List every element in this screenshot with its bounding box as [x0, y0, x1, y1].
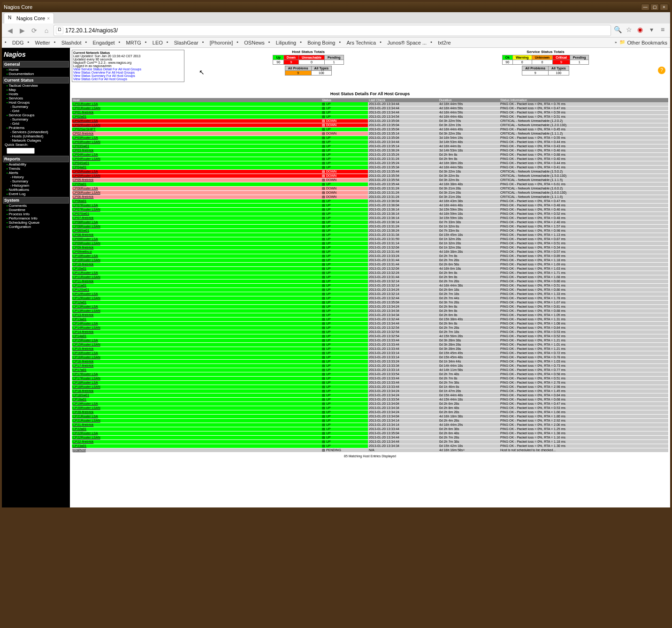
nav-item[interactable]: Service Groups — [3, 113, 69, 117]
host-cell[interactable]: CP19Router LSA — [72, 402, 321, 406]
host-cell[interactable]: CP13-firebrick — [72, 313, 321, 318]
nav-item[interactable]: Tactical Overview — [3, 83, 69, 88]
url-bar[interactable]: 🗋 — [53, 25, 611, 36]
bookmark-item[interactable]: ▪Boing Boing — [300, 39, 335, 46]
col-duration[interactable]: Duration — [438, 98, 499, 102]
nav-item[interactable]: Availability — [3, 162, 69, 166]
bookmarks-overflow-icon[interactable]: » — [615, 40, 617, 45]
host-cell[interactable]: localhost — [72, 448, 321, 453]
host-cell[interactable]: CP18Router LSA — [72, 381, 321, 385]
bookmark-item[interactable]: ▪[Phoronix] — [202, 39, 233, 46]
bookmark-item[interactable]: ▪Slashdot — [54, 39, 82, 46]
nav-item[interactable]: Process Info — [3, 212, 69, 216]
host-cell[interactable]: CP15-firebrick — [72, 347, 321, 351]
host-cell[interactable]: CP07Router LSAN — [72, 208, 321, 212]
host-cell[interactable]: CP22a01 — [72, 427, 321, 431]
bookmark-item[interactable]: ▪OSNews — [237, 39, 264, 46]
bookmark-item[interactable]: ▪txt2re — [430, 39, 451, 46]
host-cell[interactable]: CP20-firebrick — [72, 410, 321, 415]
bookmark-star-icon[interactable]: ☆ — [624, 26, 634, 35]
host-cell[interactable]: CP16Router LSA — [72, 351, 321, 356]
host-cell[interactable]: CP06Router LSA — [72, 187, 321, 191]
nav-item[interactable]: Downtime — [3, 208, 69, 212]
host-cell[interactable]: CP15Router LSAN — [72, 343, 321, 347]
bookmark-item[interactable]: ▪Engadget — [85, 39, 115, 46]
host-cell[interactable]: CP01-firebrick — [72, 111, 321, 115]
nav-subitem[interactable]: Summary — [3, 117, 69, 121]
host-cell[interactable]: CP07-firebrick — [72, 216, 321, 220]
back-button[interactable]: ◀ — [5, 25, 15, 36]
host-cell[interactable]: CP08Sw01 — [72, 229, 321, 233]
host-cell[interactable]: CP14a01 — [72, 334, 321, 339]
status-link[interactable]: View Status Overview For All Host Groups — [73, 71, 183, 74]
nav-subitem[interactable]: Grid — [3, 121, 69, 126]
host-cell[interactable]: CP02Router LSA — [72, 119, 321, 123]
adblock-icon[interactable]: ◉ — [635, 26, 645, 35]
host-cell[interactable]: CP07Router LSA — [72, 204, 321, 208]
col-status[interactable]: Status — [321, 98, 368, 102]
host-cell[interactable]: CP21Router LSAN — [72, 419, 321, 423]
host-cell[interactable]: CP22Router LSA — [72, 431, 321, 436]
host-cell[interactable]: CP10-firebrick — [72, 263, 321, 267]
col-host[interactable]: Host — [72, 98, 321, 102]
host-cell[interactable]: CP04Sw01 — [72, 161, 321, 166]
close-button[interactable]: × — [660, 4, 668, 10]
host-cell[interactable]: CP03Sw01 — [72, 144, 321, 149]
host-cell[interactable]: CP02-firebrick — [72, 132, 321, 136]
host-cell[interactable]: CP15Router LSA — [72, 339, 321, 343]
host-cell[interactable]: CP12Router LSA — [72, 292, 321, 296]
nav-item[interactable]: Scheduling Queue — [3, 220, 69, 225]
host-cell[interactable]: CP18a01 — [72, 398, 321, 402]
host-cell[interactable]: CP06a01 — [72, 199, 321, 204]
bookmark-item[interactable]: ▪Ars Technica — [339, 39, 376, 46]
host-cell[interactable]: CP02a01 — [72, 115, 321, 119]
reload-button[interactable]: ⟳ — [29, 25, 39, 36]
minimize-button[interactable]: — — [641, 4, 649, 10]
host-cell[interactable]: CP03Router LSAN — [72, 140, 321, 144]
host-cell[interactable]: CP10Router LSAN — [72, 258, 321, 263]
host-cell[interactable]: CP22-firebrick — [72, 440, 321, 444]
nav-subitem[interactable]: Summary — [3, 179, 69, 183]
host-cell[interactable]: CP16Router LSAN — [72, 356, 321, 360]
host-cell[interactable]: CP09-firebrick — [72, 246, 321, 250]
host-cell[interactable]: CP17Router LSAN — [72, 377, 321, 381]
browser-tab[interactable]: N Nagios Core × — [4, 13, 54, 23]
host-cell[interactable]: CP22Router LSAN — [72, 436, 321, 440]
nav-subitem[interactable]: History — [3, 175, 69, 179]
host-cell[interactable]: CP02Router LSAN — [72, 123, 321, 128]
host-cell[interactable]: CP11Router LSAN — [72, 275, 321, 280]
host-cell[interactable]: CP05-firebrick — [72, 178, 321, 182]
host-cell[interactable]: CP04Router LSA — [72, 153, 321, 157]
host-cell[interactable]: CP21Router LSA — [72, 415, 321, 419]
nav-item[interactable]: Hosts — [3, 92, 69, 96]
other-bookmarks[interactable]: 📁 Other Bookmarks — [619, 39, 667, 46]
nav-item[interactable]: Notifications — [3, 188, 69, 192]
host-cell[interactable]: CP04Router LSAN — [72, 157, 321, 161]
host-cell[interactable]: CP16-firebrick — [72, 360, 321, 364]
dropdown-icon[interactable]: ▾ — [647, 26, 656, 35]
host-cell[interactable]: CP17a01 — [72, 368, 321, 372]
host-cell[interactable]: CP11a01 — [72, 284, 321, 288]
host-cell[interactable]: CP08-firebrick — [72, 233, 321, 237]
url-input[interactable] — [65, 27, 609, 34]
host-cell[interactable]: CP06-firebrick — [72, 195, 321, 199]
nav-item[interactable]: Host Groups — [3, 100, 69, 105]
nav-subitem[interactable]: Network Outages — [3, 138, 69, 143]
bookmark-item[interactable]: ▪Liliputing — [268, 39, 296, 46]
nav-subitem[interactable]: Grid — [3, 109, 69, 113]
nav-item[interactable]: Documentation — [3, 72, 69, 76]
status-link[interactable]: View Status Grid For All Host Groups — [73, 77, 183, 81]
host-cell[interactable]: CP13Router LSA — [72, 305, 321, 309]
bookmark-item[interactable]: ▪SlashGear — [167, 39, 199, 46]
nav-item[interactable]: Event Log — [3, 192, 69, 196]
host-cell[interactable]: CP18Router LSAN — [72, 385, 321, 389]
nav-item[interactable]: Comments — [3, 204, 69, 208]
host-cell[interactable]: CP03Router LSA — [72, 136, 321, 140]
tab-close-icon[interactable]: × — [47, 16, 50, 21]
host-cell[interactable]: CP10Router LSA — [72, 254, 321, 258]
col-info[interactable]: Status Information — [499, 98, 668, 102]
host-cell[interactable]: CP11-firebrick — [72, 280, 321, 284]
nav-subitem[interactable]: Services (Unhandled) — [3, 130, 69, 134]
nav-item[interactable]: Home — [3, 68, 69, 72]
nav-item[interactable]: Performance Info — [3, 216, 69, 220]
